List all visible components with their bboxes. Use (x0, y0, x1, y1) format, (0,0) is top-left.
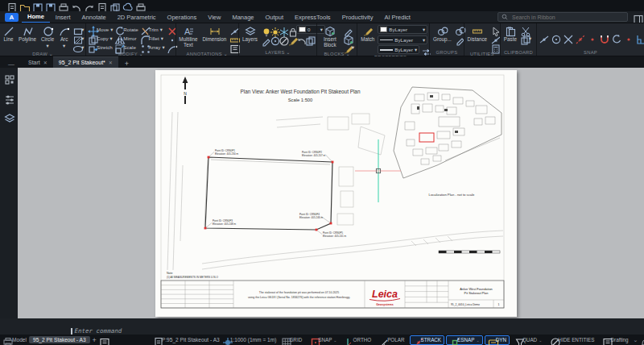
calculator-button[interactable] (490, 43, 497, 51)
tab-productivity[interactable]: Productivity (336, 11, 379, 23)
doc-tab-pit-stakeout[interactable]: 95_2 Pit Stakeout*✕ (53, 56, 118, 68)
dropdown-caret-icon[interactable]: ⌄ (539, 338, 542, 343)
dropdown-caret-icon[interactable]: ⌄ (333, 338, 336, 343)
snap-settings-icon[interactable] (611, 34, 618, 41)
polyline-button[interactable]: Polyline (17, 25, 38, 44)
layer-off-icon[interactable] (279, 35, 285, 42)
etransmit-icon[interactable] (135, 2, 142, 10)
model-space-icon[interactable] (2, 336, 10, 343)
publish-icon[interactable] (97, 2, 104, 10)
lineweight-dropdown[interactable]: ByLayer▾ (378, 45, 419, 54)
delete-button[interactable] (167, 25, 174, 33)
toggle-polar[interactable]: POLAR (376, 335, 407, 345)
toggle-esnap[interactable]: ESNAP⌄ (446, 335, 483, 345)
point-filter-icon[interactable] (623, 34, 630, 41)
layer-freeze-icon[interactable] (279, 27, 285, 33)
layer-unisolate-icon[interactable] (270, 35, 276, 42)
group-label-snap[interactable]: SNAP (539, 49, 642, 56)
tab-home[interactable]: Home (22, 10, 50, 23)
color-dropdown[interactable]: ByLayer▾ (378, 25, 427, 34)
tab-manage[interactable]: Manage (226, 11, 259, 23)
copy-icon[interactable] (109, 2, 117, 10)
node-snap-icon[interactable] (587, 34, 594, 41)
group-label-layers[interactable]: LAYERS ⌄ (241, 49, 315, 56)
tab-view[interactable]: View (202, 11, 226, 23)
save-all-icon[interactable] (45, 2, 52, 10)
ribbon-search[interactable] (497, 12, 628, 22)
group-label-groups[interactable]: GROUPS (431, 49, 462, 56)
notifications-bell-icon[interactable] (639, 337, 644, 343)
layer-states-icon[interactable] (305, 35, 312, 42)
add-layout-icon[interactable]: + (93, 336, 97, 344)
tab-output[interactable]: Output (260, 11, 290, 23)
linetype-dropdown[interactable]: ByLayer▾ (378, 35, 427, 44)
paste-button[interactable]: Paste (502, 25, 518, 44)
nearest-snap-icon[interactable] (575, 34, 582, 41)
close-icon[interactable]: ✕ (109, 60, 113, 65)
tab-operations[interactable]: Operations (162, 11, 203, 23)
cursor-coords-icon[interactable] (222, 337, 229, 343)
panel-toggle-icon[interactable] (633, 14, 640, 21)
block-attributes-button[interactable]: ▾ (343, 43, 354, 51)
group-edit-button[interactable] (455, 34, 462, 42)
ungroup-button[interactable] (455, 25, 462, 33)
fillet-button[interactable]: Fillet▾ (140, 34, 165, 42)
layer-thaw-icon[interactable] (270, 27, 276, 33)
close-icon[interactable]: ✕ (43, 60, 47, 65)
redo-icon[interactable] (84, 2, 91, 10)
panel-properties-icon[interactable] (3, 93, 15, 105)
command-prompt[interactable]: Enter command (71, 327, 122, 335)
properties-swap-icon[interactable] (421, 47, 427, 53)
endpoint-snap-icon[interactable] (539, 34, 546, 41)
plot-icon[interactable] (58, 2, 65, 10)
model-tab[interactable]: Model (12, 337, 27, 343)
block-attach-button[interactable] (343, 34, 354, 42)
circle-button[interactable]: Circle▾ (39, 25, 56, 49)
toggle-dyn[interactable]: DYN (485, 335, 510, 345)
dimension-button[interactable]: Dimension (200, 25, 228, 44)
move-button[interactable]: Move▾ (88, 25, 113, 33)
perpendicular-snap-icon[interactable] (635, 34, 642, 41)
hatch-button[interactable]: ▾ (72, 34, 84, 42)
layer-on-icon[interactable] (261, 27, 267, 33)
insert-block-button[interactable]: Insert Block (319, 25, 341, 48)
toggle-quad[interactable]: QUAD⌄ (511, 335, 545, 345)
tab-ai-predict[interactable]: AI Predict (378, 11, 416, 23)
copy-clip-button[interactable]: ▾ (520, 34, 531, 42)
mirror-button[interactable]: Mirror (114, 34, 138, 42)
layer-match-icon[interactable] (287, 35, 294, 42)
panel-layers-icon[interactable] (3, 112, 15, 124)
open-file-icon[interactable] (19, 2, 27, 10)
block-edit-button[interactable] (343, 25, 354, 33)
copy-button[interactable]: Copy▾ (88, 34, 113, 42)
cloud-upload-icon[interactable] (122, 2, 130, 10)
viewport-scale[interactable]: 1:1000 (1mm = 1m) (230, 337, 277, 343)
paper-sheet[interactable]: N Plan View: Anker West Foundation Pit S… (155, 70, 517, 317)
rectangle-button[interactable]: ▾ (72, 25, 84, 33)
line-button[interactable]: Line (2, 25, 15, 44)
select-button[interactable] (490, 25, 497, 33)
toggle-snap[interactable]: SNAP⌄ (307, 335, 340, 345)
snap-magnet-icon[interactable] (599, 34, 606, 41)
table-button[interactable] (229, 43, 237, 51)
layer-isolate-icon[interactable] (261, 35, 267, 42)
trim-button[interactable]: Trim▾ (140, 25, 165, 33)
save-icon[interactable] (32, 2, 39, 10)
quick-select-button[interactable] (490, 34, 497, 42)
group-button[interactable]: Group... (431, 25, 453, 44)
stretch-button[interactable]: Stretch (88, 43, 113, 51)
ellipse-button[interactable]: ▾ (72, 43, 84, 51)
toggle-ortho[interactable]: ORTHO (342, 335, 375, 345)
layer-lock-icon[interactable] (287, 27, 294, 33)
new-tab-icon[interactable]: + (118, 60, 135, 68)
array-button[interactable]: Array▾ (140, 43, 165, 51)
center-snap-icon[interactable] (551, 34, 558, 41)
leader-button[interactable] (229, 25, 237, 33)
scale-button[interactable]: Scale (114, 43, 138, 51)
break-button[interactable] (167, 43, 174, 51)
layout-list-icon[interactable] (99, 337, 105, 343)
toggle-grid[interactable]: GRID (278, 335, 305, 345)
distance-button[interactable]: Distance (466, 25, 489, 44)
search-input[interactable] (510, 14, 624, 21)
paper-space-indicator[interactable]: P:95_2 Pit Stakeout - A3 (153, 337, 220, 343)
